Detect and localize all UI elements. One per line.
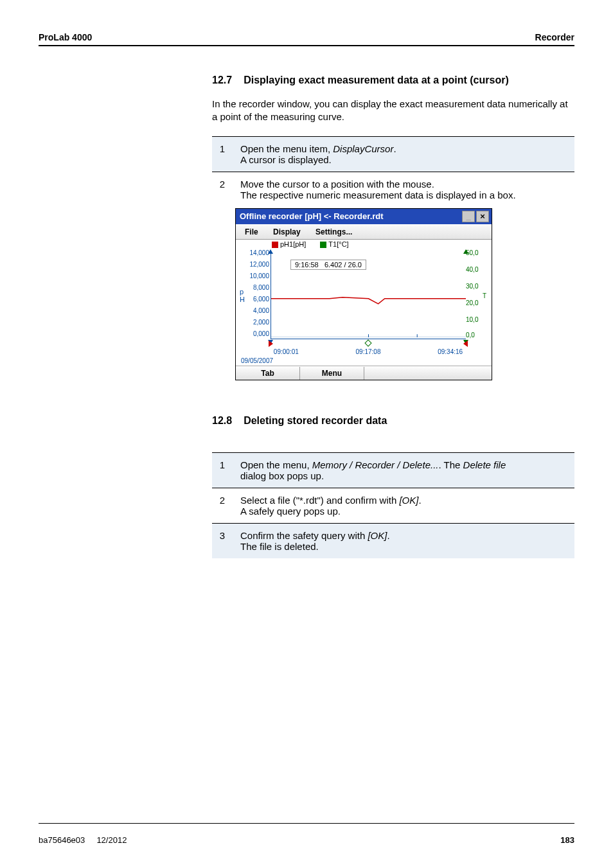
- step-text: Open the menu item, DisplayCursor. A cur…: [234, 136, 574, 172]
- xtick: 09:34:16: [438, 348, 463, 355]
- y2tick: 20,0: [466, 299, 478, 306]
- step-num: 1: [212, 452, 234, 488]
- legend: pH1[pH] T1[°C]: [236, 240, 492, 248]
- ytick: 2,000: [244, 319, 269, 326]
- chart-box[interactable]: 9:16:58 6.402 / 26.0: [271, 252, 466, 339]
- table-row: 2 Move the cursor to a position with the…: [212, 172, 574, 207]
- menu-button[interactable]: Menu: [300, 367, 364, 380]
- steps-table-12-7: 1 Open the menu item, DisplayCursor. A c…: [212, 136, 574, 207]
- ytick: 14,000: [244, 249, 269, 256]
- step-text: Move the cursor to a position with the m…: [234, 172, 574, 207]
- section-12-7-text: Displaying exact measurement data at a p…: [244, 75, 509, 85]
- menu-file[interactable]: File: [238, 226, 265, 238]
- footer-rule: [39, 823, 574, 824]
- minimize-button[interactable]: _: [462, 211, 475, 222]
- y2tick: 10,0: [466, 316, 478, 323]
- ytick: 10,000: [244, 272, 269, 279]
- table-row: 1 Open the menu item, DisplayCursor. A c…: [212, 136, 574, 172]
- footer: ba75646e03 12/2012 183: [39, 823, 574, 845]
- slider-left-icon[interactable]: [269, 341, 273, 347]
- header-right: Recorder: [535, 32, 574, 42]
- window-title: Offline recorder [pH] <- Recorder.rdt: [238, 211, 461, 221]
- menubar: File Display Settings...: [236, 224, 492, 240]
- page-number: 183: [560, 835, 574, 845]
- bottom-bar-spacer: [364, 367, 492, 380]
- x-slider[interactable]: [271, 341, 466, 348]
- date-bar: 09/05/2007: [236, 357, 492, 366]
- right-axis: T 50,0 40,0 30,0 20,0 10,0 0,0: [466, 252, 488, 339]
- xtick: 09:00:01: [274, 348, 299, 355]
- y2tick: 0,0: [466, 332, 475, 339]
- tab-button[interactable]: Tab: [236, 367, 300, 380]
- y2tick: 40,0: [466, 266, 478, 273]
- header-left: ProLab 4000: [39, 32, 92, 42]
- step-text: Open the menu, Memory / Recorder / Delet…: [234, 452, 574, 488]
- table-row: 3 Confirm the safety query with [OK]. Th…: [212, 523, 574, 558]
- section-12-8-text: Deleting stored recorder data: [244, 415, 387, 426]
- bottom-bar: Tab Menu: [236, 366, 492, 380]
- legend-swatch-green: [320, 242, 326, 248]
- menu-settings[interactable]: Settings...: [309, 226, 359, 238]
- step-num: 2: [212, 172, 234, 207]
- ytick: 8,000: [244, 284, 269, 291]
- table-row: 1 Open the menu, Memory / Recorder / Del…: [212, 452, 574, 488]
- steps-table-12-8: 1 Open the menu, Memory / Recorder / Del…: [212, 452, 574, 558]
- cursor-handle-icon[interactable]: [364, 339, 371, 346]
- ytick: 0,000: [244, 330, 269, 337]
- table-row: 2 Select a file ("*.rdt") and confirm wi…: [212, 488, 574, 523]
- xtick: 09:17:08: [356, 348, 381, 355]
- left-axis: pH 14,000 12,000 10,000 8,000 6,000 4,00…: [240, 252, 271, 339]
- section-12-7-intro: In the recorder window, you can display …: [212, 98, 574, 123]
- step-text: Select a file ("*.rdt") and confirm with…: [234, 488, 574, 523]
- x-ticks: 09:00:01 09:17:08 09:34:16: [271, 348, 466, 357]
- close-button[interactable]: ×: [476, 211, 489, 222]
- step-num: 3: [212, 523, 234, 558]
- legend-ph: pH1[pH]: [272, 240, 306, 248]
- ytick: 6,000: [244, 296, 269, 303]
- step-num: 2: [212, 488, 234, 523]
- recorder-window: Offline recorder [pH] <- Recorder.rdt _ …: [235, 208, 492, 380]
- legend-swatch-red: [272, 242, 278, 248]
- ytick: 4,000: [244, 307, 269, 314]
- cursor-tooltip: 9:16:58 6.402 / 26.0: [290, 260, 366, 270]
- step-num: 1: [212, 136, 234, 172]
- legend-t: T1[°C]: [320, 240, 348, 248]
- plot-area[interactable]: pH 14,000 12,000 10,000 8,000 6,000 4,00…: [240, 249, 488, 357]
- section-12-7-title: 12.7Displaying exact measurement data at…: [212, 75, 574, 86]
- slider-right-icon[interactable]: [463, 341, 468, 347]
- section-12-8-title: 12.8Deleting stored recorder data: [212, 415, 574, 427]
- menu-display[interactable]: Display: [267, 226, 307, 238]
- section-12-7-num: 12.7: [212, 75, 232, 86]
- footer-left: ba75646e03 12/2012: [39, 835, 127, 845]
- ytick: 12,000: [244, 261, 269, 268]
- step-text: Confirm the safety query with [OK]. The …: [234, 523, 574, 558]
- titlebar[interactable]: Offline recorder [pH] <- Recorder.rdt _ …: [236, 209, 492, 224]
- right-axis-label: T: [483, 292, 486, 299]
- y2tick: 50,0: [466, 249, 478, 256]
- section-12-8-num: 12.8: [212, 415, 232, 427]
- y2tick: 30,0: [466, 283, 478, 290]
